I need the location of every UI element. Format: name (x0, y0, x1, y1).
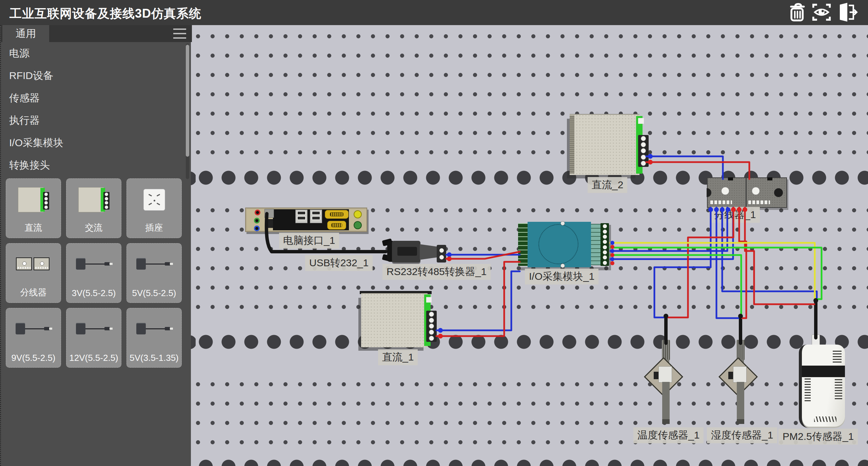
device-label: I/O采集模块_1 (525, 269, 598, 285)
menu-icon[interactable] (173, 28, 187, 39)
menu-item-power[interactable]: 电源 (1, 42, 184, 64)
device-temperature-sensor[interactable] (644, 339, 688, 429)
trash-icon (787, 1, 808, 23)
device-pc-interface[interactable] (245, 208, 367, 232)
app-window: 工业互联网设备及接线3D仿真系统 (0, 0, 868, 466)
component-card-splitter[interactable]: 分线器 (6, 243, 61, 303)
audio-jack-blue (254, 226, 260, 231)
socket-thumbnail (143, 189, 165, 211)
serial-port (325, 210, 349, 219)
adapter-thumbnail (13, 322, 54, 336)
exit-button[interactable] (837, 1, 858, 23)
device-label: 湿度传感器_1 (707, 427, 777, 443)
device-dc-psu-1[interactable] (361, 291, 438, 349)
menu-item-io-module[interactable]: I/O采集模块 (1, 132, 184, 154)
dc-psu-thumbnail (18, 187, 49, 212)
device-label: RS232转485转换器_1 (382, 264, 491, 280)
title-bar: 工业互联网设备及接线3D仿真系统 (0, 0, 868, 25)
device-splitter[interactable] (707, 177, 787, 208)
adapter-thumbnail (134, 322, 175, 336)
menu-item-actuator[interactable]: 执行器 (1, 109, 184, 132)
audio-jack-green (254, 218, 260, 224)
component-card-socket[interactable]: 插座 (126, 178, 182, 238)
menu-item-sensor[interactable]: 传感器 (1, 87, 184, 109)
component-grid: 直流 交流 插座 分线器 3V(5.5-2.5) (6, 178, 182, 368)
lan-port (266, 219, 273, 228)
component-sidebar: 通用 电源 RFID设备 传感器 执行器 I/O采集模块 转换接头 直流 交流 (0, 25, 191, 466)
pegboard-large-holes-row (191, 324, 868, 368)
exit-icon (837, 1, 858, 23)
pegboard-large-holes-row (191, 454, 868, 466)
component-card-5v[interactable]: 5V(5.5-2.5) (126, 243, 182, 303)
adapter-thumbnail (134, 257, 175, 272)
device-label: 直流_1 (378, 349, 418, 365)
component-card-ac[interactable]: 交流 (66, 178, 121, 238)
view-focus-icon (811, 1, 832, 23)
vga-port (327, 221, 346, 230)
view-button[interactable] (811, 1, 832, 23)
device-label: 直流_2 (588, 177, 627, 193)
device-label: 电脑接口_1 (279, 233, 339, 249)
tab-strip: 通用 (1, 25, 192, 42)
adapter-thumbnail (73, 257, 115, 272)
usb-ports (295, 210, 308, 223)
adapter-thumbnail (73, 322, 115, 336)
delete-button[interactable] (787, 1, 808, 23)
device-label: 分线器_1 (710, 207, 760, 223)
device-pm25-sensor[interactable] (799, 345, 845, 428)
ps2-port (264, 209, 274, 218)
ac-psu-thumbnail (78, 187, 110, 212)
splitter-thumbnail (16, 257, 51, 272)
category-menu: 电源 RFID设备 传感器 执行器 I/O采集模块 转换接头 (1, 42, 184, 176)
game-port (354, 210, 362, 218)
round-port (354, 221, 362, 229)
component-card-3v[interactable]: 3V(5.5-2.5) (66, 243, 121, 303)
sidebar-scrollbar-thumb[interactable] (186, 45, 189, 157)
component-card-9v[interactable]: 9V(5.5-2.5) (6, 308, 61, 368)
component-card-5v-135[interactable]: 5V(3.5-1.35) (126, 308, 182, 368)
device-label: PM2.5传感器_1 (778, 429, 858, 445)
component-card-dc[interactable]: 直流 (6, 178, 61, 238)
app-title: 工业互联网设备及接线3D仿真系统 (9, 5, 201, 22)
device-humidity-sensor[interactable] (718, 339, 763, 429)
device-label: 温度传感器_1 (633, 427, 704, 443)
device-label: USB转232_1 (305, 255, 373, 271)
device-dc-psu-2[interactable] (570, 114, 650, 177)
device-io-module[interactable] (518, 222, 609, 267)
usb-ports (310, 210, 322, 223)
tab-general[interactable]: 通用 (2, 25, 49, 42)
menu-item-rfid[interactable]: RFID设备 (1, 64, 184, 87)
component-card-12v[interactable]: 12V(5.5-2.5) (66, 308, 121, 368)
audio-jack-red (255, 210, 260, 215)
menu-item-adapter[interactable]: 转换接头 (1, 154, 184, 176)
